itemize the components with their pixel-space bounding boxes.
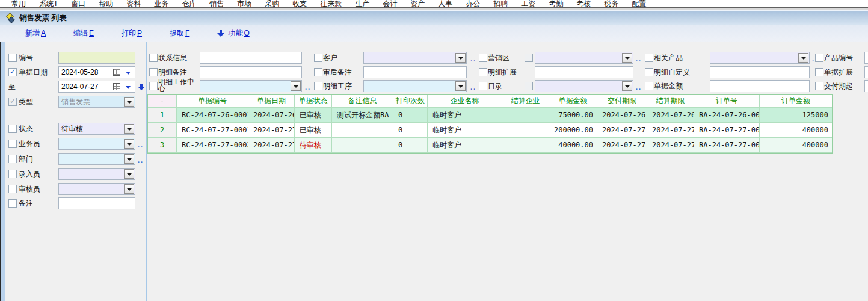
menu-item[interactable]: 资料	[120, 0, 147, 7]
checkbox-detail-custom[interactable]	[645, 68, 653, 76]
doc-extension-input[interactable]	[864, 66, 868, 78]
extract-button[interactable]: 提取F	[170, 28, 189, 39]
dropdown-button[interactable]	[455, 81, 466, 91]
catalog-select[interactable]	[535, 80, 633, 92]
checkbox-doc-date[interactable]	[8, 68, 17, 76]
menu-item[interactable]: 采购	[258, 0, 286, 7]
table-header-cell[interactable]: 订单号	[694, 95, 760, 108]
table-cell[interactable]: 2024-07-26	[597, 108, 647, 123]
status-select[interactable]: 待审核	[58, 123, 135, 135]
table-cell[interactable]: 2024-07-26	[248, 108, 295, 123]
table-header-cell[interactable]: 企业名称	[428, 95, 502, 108]
post-audit-remark-input[interactable]	[363, 66, 467, 78]
department-select[interactable]	[58, 153, 135, 165]
checkbox-entry-clerk[interactable]	[8, 170, 17, 178]
table-cell[interactable]: BC-24-07-26-0001	[177, 108, 248, 123]
dropdown-button[interactable]	[798, 53, 808, 63]
calendar-icon[interactable]	[113, 83, 120, 90]
checkbox-detail-workcenter[interactable]	[149, 82, 158, 90]
table-cell[interactable]: 2024-07-27	[248, 138, 295, 153]
table-cell[interactable]: 2024-07-27	[647, 123, 694, 138]
table-cell[interactable]: 2024-07-27	[647, 138, 694, 153]
table-cell[interactable]: 2024-07-27	[597, 138, 647, 153]
doc-amount-input[interactable]	[710, 80, 810, 92]
dropdown-button[interactable]	[124, 139, 134, 149]
browse-dots[interactable]: ..	[138, 154, 144, 166]
table-cell[interactable]: 0	[393, 123, 428, 138]
table-cell[interactable]: 400000	[760, 138, 832, 153]
dropdown-button[interactable]	[291, 81, 301, 91]
menu-item[interactable]: 销售	[203, 0, 230, 7]
table-cell[interactable]: 40000.00	[549, 138, 597, 153]
menu-item[interactable]: 仓库	[175, 0, 203, 7]
table-cell[interactable]: 已审核	[295, 123, 332, 138]
browse-dots[interactable]: ..	[138, 139, 144, 151]
date-from-field[interactable]: 2024-05-28	[58, 66, 135, 78]
table-cell[interactable]	[502, 138, 549, 153]
table-cell[interactable]: 已审核	[295, 108, 332, 123]
number-input[interactable]	[58, 52, 135, 64]
menu-item[interactable]: 往来款	[313, 0, 348, 7]
row-number-cell[interactable]: 1	[148, 108, 177, 123]
menu-item[interactable]: 考核	[570, 0, 597, 7]
checkbox-delivery-date-from[interactable]	[815, 82, 823, 90]
table-header-cell[interactable]: 结算企业	[502, 95, 549, 108]
menu-item[interactable]: 帮助	[92, 0, 120, 7]
table-header-cell[interactable]: 单据日期	[248, 95, 295, 108]
table-cell[interactable]: 测试开标金额BA	[332, 108, 393, 123]
checkbox-remark[interactable]	[8, 199, 17, 208]
dropdown-button[interactable]	[622, 53, 632, 63]
table-cell[interactable]	[502, 108, 549, 123]
checkbox-salesperson[interactable]	[8, 140, 17, 148]
checkbox-number[interactable]	[8, 54, 17, 62]
table-cell[interactable]	[332, 123, 393, 138]
apply-date-arrow-icon[interactable]	[138, 83, 145, 91]
checkbox-doc-extension[interactable]	[815, 68, 823, 76]
table-cell[interactable]: 2024-07-27	[248, 123, 295, 138]
type-select[interactable]: 销售发票	[58, 96, 135, 108]
checkbox-post-audit-remark[interactable]	[314, 68, 322, 76]
date-dropdown-arrow-icon[interactable]	[126, 72, 131, 75]
marketing-area-select[interactable]	[535, 52, 633, 64]
checkbox-contact-info[interactable]	[149, 54, 158, 62]
checkbox-related-product[interactable]	[645, 54, 653, 62]
salesperson-select[interactable]	[58, 138, 135, 150]
menu-item[interactable]: 人事	[431, 0, 459, 7]
detail-workcenter-select[interactable]	[200, 80, 302, 92]
remark-input[interactable]	[58, 197, 135, 209]
browse-dots[interactable]: ..	[470, 81, 476, 93]
menu-item[interactable]: 窗口	[64, 0, 92, 7]
function-menu-button[interactable]: 功能O	[217, 28, 249, 39]
menu-item[interactable]: 税务	[597, 0, 625, 7]
browse-dots[interactable]: ..	[305, 81, 311, 93]
checkbox-customer[interactable]	[314, 54, 322, 62]
date-to-field[interactable]: 2024-07-27	[58, 81, 135, 93]
delivery-date-from-input[interactable]	[864, 80, 868, 92]
table-cell[interactable]: 临时客户	[428, 123, 502, 138]
table-cell[interactable]: BC-24-07-27-0002	[177, 138, 248, 153]
table-cell[interactable]: 2024-07-26	[647, 108, 694, 123]
table-header-cell[interactable]: 订单金额	[760, 95, 832, 108]
checkbox-doc-amount[interactable]	[645, 82, 653, 90]
checkbox-catalog[interactable]	[479, 82, 487, 90]
table-cell[interactable]: 125000	[760, 108, 832, 123]
table-header-cell[interactable]: 备注信息	[332, 95, 393, 108]
edit-button[interactable]: 编辑E	[73, 28, 94, 39]
dropdown-button[interactable]	[124, 124, 134, 134]
dropdown-button[interactable]	[622, 81, 632, 91]
menu-item[interactable]: 常用	[5, 0, 32, 7]
date-dropdown-arrow-icon[interactable]	[126, 86, 131, 89]
menu-item[interactable]: 招聘	[487, 0, 514, 7]
checkbox-department[interactable]	[8, 155, 17, 163]
browse-dots[interactable]: ..	[636, 53, 642, 65]
menu-item[interactable]: 业务	[147, 0, 175, 7]
table-header-cell[interactable]: 单据编号	[177, 95, 248, 108]
table-cell[interactable]: BA-24-07-26-0001	[694, 108, 760, 123]
table-cell[interactable]: 75000.00	[549, 108, 597, 123]
browse-dots[interactable]: ..	[470, 53, 476, 65]
table-cell[interactable]	[502, 123, 549, 138]
table-cell-status-pending[interactable]: 待审核	[295, 138, 332, 153]
table-header-cell[interactable]: 交付期限	[597, 95, 647, 108]
checkbox-marketing-area[interactable]	[479, 54, 487, 62]
browse-dots[interactable]: ..	[636, 81, 642, 93]
